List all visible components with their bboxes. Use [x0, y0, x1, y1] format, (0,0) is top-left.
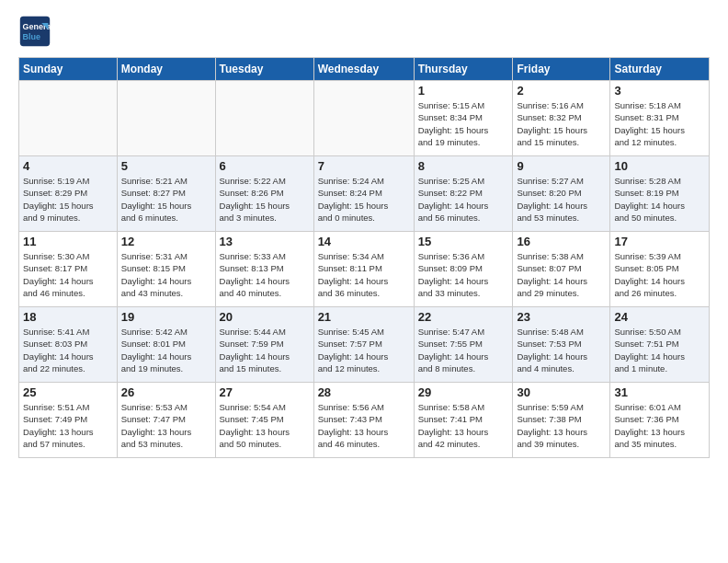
day-info: Sunrise: 5:34 AM Sunset: 8:11 PM Dayligh… — [318, 250, 410, 299]
day-info: Sunrise: 5:15 AM Sunset: 8:34 PM Dayligh… — [418, 99, 509, 148]
day-info: Sunrise: 5:16 AM Sunset: 8:32 PM Dayligh… — [517, 99, 606, 148]
day-number: 18 — [23, 310, 113, 324]
calendar-empty-cell — [215, 81, 313, 156]
day-number: 6 — [220, 159, 310, 173]
calendar-empty-cell — [117, 81, 215, 156]
calendar-day-16: 16Sunrise: 5:38 AM Sunset: 8:07 PM Dayli… — [513, 232, 610, 307]
calendar-day-22: 22Sunrise: 5:47 AM Sunset: 7:55 PM Dayli… — [414, 307, 513, 383]
calendar-table: SundayMondayTuesdayWednesdayThursdayFrid… — [18, 57, 710, 458]
calendar-header-row: SundayMondayTuesdayWednesdayThursdayFrid… — [19, 58, 710, 81]
day-info: Sunrise: 5:22 AM Sunset: 8:26 PM Dayligh… — [220, 175, 310, 224]
calendar-day-4: 4Sunrise: 5:19 AM Sunset: 8:29 PM Daylig… — [19, 156, 118, 232]
day-number: 7 — [318, 159, 410, 173]
day-number: 29 — [418, 385, 509, 399]
generalblue-logo-icon: General Blue — [18, 15, 51, 48]
day-number: 26 — [121, 385, 211, 399]
calendar-day-1: 1Sunrise: 5:15 AM Sunset: 8:34 PM Daylig… — [414, 81, 513, 156]
day-info: Sunrise: 5:21 AM Sunset: 8:27 PM Dayligh… — [121, 175, 211, 224]
calendar-day-12: 12Sunrise: 5:31 AM Sunset: 8:15 PM Dayli… — [117, 232, 215, 307]
day-number: 28 — [318, 385, 410, 399]
calendar-header-friday: Friday — [513, 58, 610, 81]
calendar-day-19: 19Sunrise: 5:42 AM Sunset: 8:01 PM Dayli… — [117, 307, 215, 383]
day-number: 1 — [418, 84, 509, 98]
day-info: Sunrise: 5:42 AM Sunset: 8:01 PM Dayligh… — [121, 326, 211, 374]
calendar-day-2: 2Sunrise: 5:16 AM Sunset: 8:32 PM Daylig… — [513, 81, 610, 156]
calendar-day-28: 28Sunrise: 5:56 AM Sunset: 7:43 PM Dayli… — [313, 383, 414, 458]
calendar-header-monday: Monday — [117, 58, 215, 81]
day-info: Sunrise: 5:59 AM Sunset: 7:38 PM Dayligh… — [517, 401, 606, 450]
day-info: Sunrise: 5:30 AM Sunset: 8:17 PM Dayligh… — [23, 250, 113, 299]
day-info: Sunrise: 5:18 AM Sunset: 8:31 PM Dayligh… — [614, 99, 705, 148]
calendar-day-8: 8Sunrise: 5:25 AM Sunset: 8:22 PM Daylig… — [414, 156, 513, 232]
day-info: Sunrise: 5:58 AM Sunset: 7:41 PM Dayligh… — [418, 401, 509, 450]
calendar-week-row: 18Sunrise: 5:41 AM Sunset: 8:03 PM Dayli… — [19, 307, 710, 383]
day-info: Sunrise: 5:51 AM Sunset: 7:49 PM Dayligh… — [23, 401, 113, 450]
calendar-day-24: 24Sunrise: 5:50 AM Sunset: 7:51 PM Dayli… — [610, 307, 710, 383]
day-info: Sunrise: 5:31 AM Sunset: 8:15 PM Dayligh… — [121, 250, 211, 299]
calendar-day-6: 6Sunrise: 5:22 AM Sunset: 8:26 PM Daylig… — [215, 156, 313, 232]
day-number: 24 — [614, 310, 705, 324]
logo: General Blue — [18, 15, 55, 48]
calendar-day-18: 18Sunrise: 5:41 AM Sunset: 8:03 PM Dayli… — [19, 307, 118, 383]
day-info: Sunrise: 5:33 AM Sunset: 8:13 PM Dayligh… — [220, 250, 310, 299]
day-number: 10 — [614, 159, 705, 173]
calendar-header-wednesday: Wednesday — [313, 58, 414, 81]
day-info: Sunrise: 5:39 AM Sunset: 8:05 PM Dayligh… — [614, 250, 705, 299]
day-number: 13 — [220, 235, 310, 248]
calendar-header-tuesday: Tuesday — [215, 58, 313, 81]
calendar-day-23: 23Sunrise: 5:48 AM Sunset: 7:53 PM Dayli… — [513, 307, 610, 383]
day-info: Sunrise: 5:38 AM Sunset: 8:07 PM Dayligh… — [517, 250, 606, 299]
day-number: 16 — [517, 235, 606, 248]
svg-text:Blue: Blue — [23, 32, 41, 41]
calendar-week-row: 1Sunrise: 5:15 AM Sunset: 8:34 PM Daylig… — [19, 81, 710, 156]
calendar-day-5: 5Sunrise: 5:21 AM Sunset: 8:27 PM Daylig… — [117, 156, 215, 232]
calendar-day-27: 27Sunrise: 5:54 AM Sunset: 7:45 PM Dayli… — [215, 383, 313, 458]
day-info: Sunrise: 5:53 AM Sunset: 7:47 PM Dayligh… — [121, 401, 211, 450]
calendar-day-21: 21Sunrise: 5:45 AM Sunset: 7:57 PM Dayli… — [313, 307, 414, 383]
day-number: 31 — [614, 385, 705, 399]
calendar-empty-cell — [313, 81, 414, 156]
calendar-empty-cell — [19, 81, 118, 156]
day-number: 2 — [517, 84, 606, 98]
calendar-day-10: 10Sunrise: 5:28 AM Sunset: 8:19 PM Dayli… — [610, 156, 710, 232]
day-info: Sunrise: 5:28 AM Sunset: 8:19 PM Dayligh… — [614, 175, 705, 224]
calendar-day-26: 26Sunrise: 5:53 AM Sunset: 7:47 PM Dayli… — [117, 383, 215, 458]
day-number: 25 — [23, 385, 113, 399]
day-info: Sunrise: 5:47 AM Sunset: 7:55 PM Dayligh… — [418, 326, 509, 374]
day-info: Sunrise: 6:01 AM Sunset: 7:36 PM Dayligh… — [614, 401, 705, 450]
day-number: 27 — [220, 385, 310, 399]
calendar-week-row: 4Sunrise: 5:19 AM Sunset: 8:29 PM Daylig… — [19, 156, 710, 232]
day-number: 19 — [121, 310, 211, 324]
day-number: 5 — [121, 159, 211, 173]
calendar-day-7: 7Sunrise: 5:24 AM Sunset: 8:24 PM Daylig… — [313, 156, 414, 232]
calendar-day-11: 11Sunrise: 5:30 AM Sunset: 8:17 PM Dayli… — [19, 232, 118, 307]
calendar-day-15: 15Sunrise: 5:36 AM Sunset: 8:09 PM Dayli… — [414, 232, 513, 307]
day-number: 23 — [517, 310, 606, 324]
day-number: 4 — [23, 159, 113, 173]
calendar-day-29: 29Sunrise: 5:58 AM Sunset: 7:41 PM Dayli… — [414, 383, 513, 458]
day-number: 30 — [517, 385, 606, 399]
calendar-header-thursday: Thursday — [414, 58, 513, 81]
day-number: 15 — [418, 235, 509, 248]
day-info: Sunrise: 5:41 AM Sunset: 8:03 PM Dayligh… — [23, 326, 113, 374]
calendar-day-25: 25Sunrise: 5:51 AM Sunset: 7:49 PM Dayli… — [19, 383, 118, 458]
day-number: 14 — [318, 235, 410, 248]
day-info: Sunrise: 5:50 AM Sunset: 7:51 PM Dayligh… — [614, 326, 705, 374]
calendar-day-31: 31Sunrise: 6:01 AM Sunset: 7:36 PM Dayli… — [610, 383, 710, 458]
day-number: 20 — [220, 310, 310, 324]
calendar-week-row: 25Sunrise: 5:51 AM Sunset: 7:49 PM Dayli… — [19, 383, 710, 458]
day-info: Sunrise: 5:19 AM Sunset: 8:29 PM Dayligh… — [23, 175, 113, 224]
calendar-day-14: 14Sunrise: 5:34 AM Sunset: 8:11 PM Dayli… — [313, 232, 414, 307]
day-number: 9 — [517, 159, 606, 173]
day-number: 12 — [121, 235, 211, 248]
page: General Blue SundayMondayTuesdayWednesda… — [0, 0, 728, 467]
calendar-day-20: 20Sunrise: 5:44 AM Sunset: 7:59 PM Dayli… — [215, 307, 313, 383]
calendar-day-3: 3Sunrise: 5:18 AM Sunset: 8:31 PM Daylig… — [610, 81, 710, 156]
day-info: Sunrise: 5:25 AM Sunset: 8:22 PM Dayligh… — [418, 175, 509, 224]
header: General Blue — [18, 15, 710, 48]
day-info: Sunrise: 5:48 AM Sunset: 7:53 PM Dayligh… — [517, 326, 606, 374]
calendar-day-9: 9Sunrise: 5:27 AM Sunset: 8:20 PM Daylig… — [513, 156, 610, 232]
day-info: Sunrise: 5:24 AM Sunset: 8:24 PM Dayligh… — [318, 175, 410, 224]
day-info: Sunrise: 5:54 AM Sunset: 7:45 PM Dayligh… — [220, 401, 310, 450]
day-info: Sunrise: 5:36 AM Sunset: 8:09 PM Dayligh… — [418, 250, 509, 299]
